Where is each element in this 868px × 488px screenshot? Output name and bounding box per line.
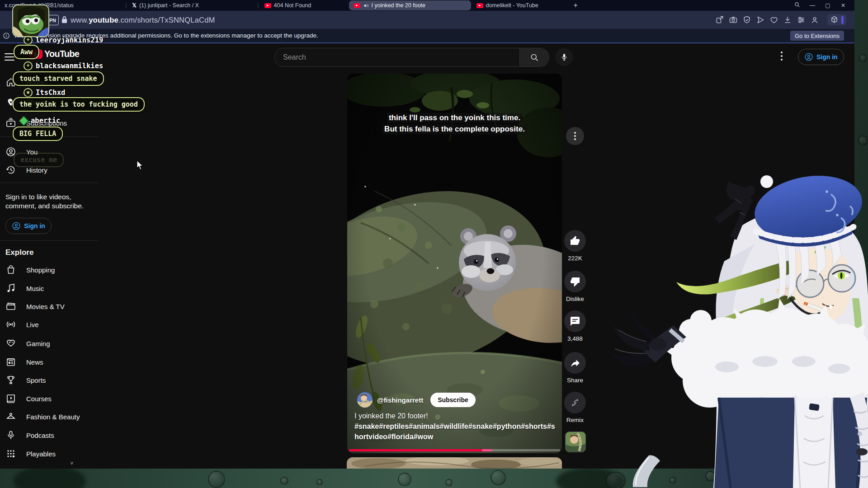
sidebar-signin-button[interactable]: Sign in	[5, 218, 52, 234]
sidebar-item-movies-tv[interactable]: Movies & TV	[0, 298, 99, 314]
sidebar-item-sports[interactable]: Sports	[0, 372, 99, 388]
browser-tab-active[interactable]: I yoinked the 20 foote	[349, 0, 471, 10]
go-to-extensions-button[interactable]: Go to Extensions	[790, 31, 844, 41]
lock-icon	[61, 16, 67, 25]
sidebar-item-playables[interactable]: Playables	[0, 446, 99, 462]
like-button[interactable]: 222K	[564, 230, 586, 262]
header-signin-button[interactable]: Sign in	[798, 49, 844, 65]
browser-tab[interactable]: 𝕏 (1) junlipart - Search / X	[127, 0, 256, 11]
chat-username-row: + blackswanmilkies	[24, 61, 103, 70]
video-caption-line2: But this fella is the complete opposite.	[382, 124, 527, 134]
shorts-video-player[interactable]: think I'll pass on the yoink this time. …	[347, 74, 562, 453]
chat-badge-icon: +	[24, 61, 33, 70]
sidebar-item-fashion-beauty[interactable]: Fashion & Beauty	[0, 408, 99, 425]
sidebar-item-news[interactable]: News	[0, 354, 99, 370]
chat-message-fading: excuse me	[14, 153, 64, 167]
share-label: Share	[559, 377, 591, 384]
channel-avatar[interactable]	[357, 392, 373, 408]
sidebar-item-shopping[interactable]: Shopping	[0, 262, 99, 278]
minimize-button[interactable]: —	[809, 2, 816, 9]
settings-sliders-icon[interactable]	[797, 15, 806, 24]
dislike-label: Dislike	[559, 296, 591, 302]
like-count: 222K	[559, 255, 591, 262]
send-icon[interactable]	[756, 15, 765, 24]
sidebar-item-live[interactable]: Live	[0, 316, 99, 333]
news-icon	[5, 357, 16, 367]
tab-audio-icon	[363, 3, 369, 9]
subscribe-button[interactable]: Subscribe	[430, 393, 476, 407]
remix-button[interactable]: Remix	[564, 392, 586, 423]
sidebar-item-courses[interactable]: Courses	[0, 390, 99, 407]
vtuber-jacket	[714, 398, 868, 488]
favorites-heart-icon[interactable]	[769, 15, 778, 24]
search-input[interactable]	[275, 48, 519, 66]
extension-cube-icon	[830, 15, 839, 24]
new-tab-button[interactable]: +	[569, 0, 590, 11]
share-button[interactable]: Share	[564, 352, 586, 384]
history-icon	[5, 164, 16, 175]
extension-active-indicator	[841, 16, 844, 24]
sidebar-item-podcasts[interactable]: Podcasts	[0, 427, 99, 443]
share-page-icon[interactable]	[715, 15, 724, 24]
description-title: I yoinked the 20 footer!	[354, 411, 556, 421]
tab-title: I yoinked the 20 foote	[372, 2, 426, 9]
youtube-favicon	[354, 3, 360, 8]
comment-icon	[570, 316, 580, 327]
sidebar-scroll-down-chevron[interactable]: ˅	[70, 460, 74, 467]
youtube-favicon	[476, 3, 483, 8]
courses-icon	[5, 393, 16, 404]
microphone-icon	[560, 53, 568, 61]
chat-badge-icon: ✱	[24, 88, 33, 97]
toolbar-icons	[715, 14, 846, 25]
tab-title: 404 Not Found	[274, 2, 311, 9]
sidebar-item-music[interactable]: Music	[0, 280, 99, 296]
chat-message: touch starved snake	[13, 71, 104, 86]
chat-message: the yoink is too fucking good	[13, 97, 145, 112]
remix-icon	[570, 398, 580, 408]
gaming-icon	[5, 338, 16, 349]
person-icon	[804, 52, 813, 61]
chat-username-row: abertic	[20, 117, 60, 125]
extension-slot[interactable]	[827, 14, 846, 25]
downloads-icon[interactable]	[783, 15, 792, 24]
hamburger-menu-icon[interactable]	[5, 53, 14, 61]
header-kebab-menu[interactable]	[780, 52, 783, 61]
maximize-button[interactable]: ▢	[825, 2, 831, 9]
extension-notification-bar: The extension upgrade requires additiona…	[0, 29, 854, 43]
vtuber-avatar	[606, 163, 868, 488]
movies-icon	[5, 301, 16, 312]
next-video-preview[interactable]	[347, 457, 562, 469]
signin-prompt: Sign in to like videos, comment, and sub…	[5, 192, 84, 211]
podcasts-icon	[5, 430, 16, 441]
screenshot-camera-icon[interactable]	[729, 15, 738, 24]
rail-channel-avatar[interactable]	[565, 432, 586, 452]
search-icon	[530, 53, 539, 62]
video-description[interactable]: I yoinked the 20 footer! #snake#reptiles…	[354, 411, 556, 442]
chat-username-row: + leeroyjankins219	[24, 36, 103, 45]
sidebar-item-gaming[interactable]: Gaming	[0, 335, 99, 352]
browser-toolbar: VPN www.youtube.com/shorts/TxSNNQLaCdM	[0, 11, 854, 29]
voice-search-button[interactable]	[555, 48, 573, 66]
browser-tab[interactable]: domelikelt - YouTube	[472, 0, 569, 11]
dislike-icon	[570, 276, 580, 287]
tab-title: (1) junlipart - Search / X	[139, 2, 199, 9]
address-bar[interactable]: www.youtube.com/shorts/TxSNNQLaCdM	[71, 16, 215, 24]
channel-row: @fishingarrett Subscribe	[357, 392, 476, 408]
tab-search-icon[interactable]	[794, 2, 800, 9]
video-more-menu-button[interactable]	[566, 127, 584, 145]
browser-tab[interactable]: 404 Not Found	[260, 0, 348, 11]
comments-button[interactable]: 3,488	[564, 310, 586, 342]
channel-handle[interactable]: @fishingarrett	[377, 396, 423, 404]
playables-icon	[5, 448, 16, 459]
dislike-button[interactable]: Dislike	[564, 271, 586, 302]
leaf-silhouette	[14, 465, 86, 488]
profile-icon[interactable]	[810, 15, 819, 24]
progress-bar[interactable]	[349, 449, 560, 451]
shield-icon[interactable]	[742, 15, 751, 24]
shopping-icon	[5, 264, 16, 275]
chat-username: blackswanmilkies	[36, 62, 103, 70]
search-button[interactable]	[519, 48, 549, 66]
close-button[interactable]: ✕	[840, 2, 846, 9]
browser-tab-bar: x.com/Swad_KYRB1/status | 𝕏 (1) junlipar…	[0, 0, 854, 11]
chat-message: Aww	[14, 45, 39, 59]
